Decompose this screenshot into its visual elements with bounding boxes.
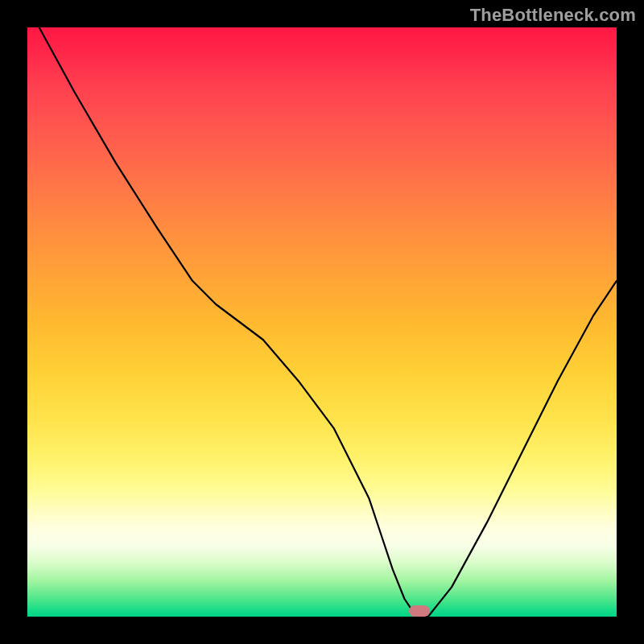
optimal-point-marker [409, 605, 430, 617]
chart-plot-area [27, 27, 617, 617]
watermark-text: TheBottleneck.com [470, 5, 636, 26]
